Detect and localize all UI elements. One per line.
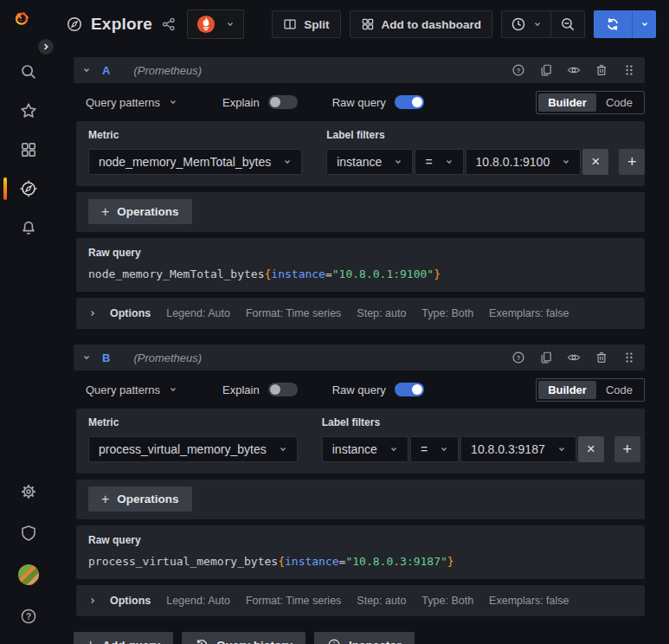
collapse-chevron-icon[interactable] [82, 353, 91, 362]
sidebar-item-search[interactable] [0, 52, 57, 91]
split-label: Split [304, 18, 329, 31]
builder-mode-button[interactable]: Builder [538, 381, 596, 399]
prometheus-icon [196, 15, 215, 34]
add-filter-button[interactable]: + [619, 149, 645, 175]
options-card-b: Options Legend: Auto Format: Time series… [76, 585, 645, 616]
help-icon[interactable]: ? [511, 351, 525, 364]
operator-select[interactable]: = [415, 149, 463, 175]
explain-toggle[interactable] [268, 383, 298, 396]
code-mode-button[interactable]: Code [596, 381, 642, 399]
inspector-label: Inspector [349, 639, 402, 644]
remove-filter-button[interactable]: × [582, 149, 608, 175]
options-format: Format: Time series [246, 595, 341, 607]
disable-query-eye-icon[interactable] [567, 63, 581, 77]
run-query-button[interactable] [594, 10, 656, 38]
bell-icon [20, 219, 37, 236]
label-name-select[interactable]: instance [322, 436, 408, 462]
sidebar-item-starred[interactable] [0, 91, 57, 130]
sidebar-item-alerting[interactable] [0, 208, 57, 247]
split-icon [283, 17, 297, 31]
datasource-picker[interactable] [187, 10, 244, 39]
options-expand-chevron-icon[interactable] [88, 309, 97, 318]
chevron-down-icon [533, 20, 542, 29]
options-toggle[interactable]: Options [110, 307, 151, 319]
metric-select[interactable]: process_virtual_memory_bytes [88, 436, 298, 462]
query-patterns-label: Query patterns [86, 96, 160, 109]
grafana-logo-icon[interactable] [13, 10, 39, 35]
time-picker-button[interactable] [502, 11, 550, 37]
disable-query-eye-icon[interactable] [567, 351, 581, 364]
options-legend: Legend: Auto [166, 595, 230, 607]
label-filters-label: Label filters [322, 416, 640, 428]
query-history-button[interactable]: Query history [182, 632, 306, 644]
query-row-actions: ? [511, 63, 636, 77]
refresh-interval-dropdown[interactable] [632, 10, 656, 38]
raw-query-toggle[interactable] [395, 383, 424, 396]
svg-text:?: ? [26, 612, 31, 621]
builder-mode-button[interactable]: Builder [538, 93, 596, 112]
query-editor-row-b: B (Prometheus) ? Query patterns [74, 345, 645, 616]
query-patterns-dropdown[interactable]: Query patterns [86, 96, 177, 109]
duplicate-query-icon[interactable] [539, 351, 553, 364]
query-history-label: Query history [216, 639, 293, 644]
explain-toggle[interactable] [268, 95, 298, 109]
add-operation-button[interactable]: + Operations [88, 199, 192, 224]
help-icon[interactable]: ? [511, 63, 525, 77]
metric-filters-card-a: Metric node_memory_MemTotal_bytes Label … [76, 121, 645, 186]
split-button[interactable]: Split [272, 10, 340, 38]
options-expand-chevron-icon[interactable] [88, 596, 97, 605]
sidebar-item-server-admin[interactable] [0, 512, 57, 554]
sidebar-item-help[interactable]: ? [0, 596, 57, 637]
options-legend: Legend: Auto [166, 307, 230, 319]
remove-query-trash-icon[interactable] [595, 351, 608, 364]
left-sidebar: ? [0, 0, 57, 644]
label-value: 10.8.0.3:9187 [471, 442, 545, 456]
options-toggle[interactable]: Options [110, 595, 151, 607]
inspector-button[interactable]: Inspector [314, 632, 415, 644]
info-circle-icon [327, 638, 341, 644]
add-operation-button[interactable]: + Operations [88, 486, 192, 512]
operator-select[interactable]: = [410, 436, 459, 462]
raw-query-toggle[interactable] [395, 95, 424, 109]
label-filters-field: Label filters instance = 10.8. [326, 129, 645, 175]
options-step: Step: auto [357, 307, 406, 319]
query-row-header-a[interactable]: A (Prometheus) ? [74, 57, 645, 83]
label-value-select[interactable]: 10.8.0.1:9100 [466, 149, 582, 175]
metric-label: Metric [88, 416, 298, 428]
sidebar-item-dashboards[interactable] [0, 130, 57, 169]
zoom-out-icon [560, 16, 576, 32]
options-exemplars: Exemplars: false [489, 595, 569, 607]
sidebar-item-settings[interactable] [0, 471, 57, 512]
add-to-dashboard-button[interactable]: Add to dashboard [350, 10, 493, 38]
sidebar-item-explore[interactable] [0, 169, 57, 208]
operator-value: = [425, 155, 432, 169]
raw-query-label: Raw query [332, 383, 386, 396]
query-row-header-b[interactable]: B (Prometheus) ? [74, 345, 645, 370]
sidebar-bottom-nav: ? [0, 471, 57, 637]
remove-query-trash-icon[interactable] [595, 63, 608, 77]
collapse-chevron-icon[interactable] [82, 66, 91, 74]
label-name-select[interactable]: instance [326, 149, 413, 175]
add-filter-button[interactable]: + [614, 436, 640, 462]
remove-filter-button[interactable]: × [578, 436, 604, 462]
options-format: Format: Time series [246, 307, 341, 319]
code-mode-button[interactable]: Code [596, 93, 642, 112]
datasource-hint: (Prometheus) [133, 351, 202, 364]
duplicate-query-icon[interactable] [539, 63, 553, 77]
zoom-out-button[interactable] [551, 11, 584, 37]
grafana-app: ? Explore [0, 0, 669, 644]
label-value-select[interactable]: 10.8.0.3:9187 [460, 436, 576, 462]
add-query-button[interactable]: + Add query [74, 632, 173, 644]
operations-card-b: + Operations [76, 480, 645, 519]
metric-select[interactable]: node_memory_MemTotal_bytes [88, 149, 302, 175]
sidebar-expand-button[interactable] [36, 37, 55, 56]
sidebar-item-profile[interactable] [0, 554, 57, 596]
time-controls [501, 10, 585, 38]
share-icon[interactable] [162, 17, 176, 31]
drag-handle-icon[interactable] [622, 63, 636, 77]
options-card-a: Options Legend: Auto Format: Time series… [76, 298, 645, 329]
options-type: Type: Both [421, 595, 473, 607]
query-patterns-dropdown[interactable]: Query patterns [86, 383, 177, 396]
drag-handle-icon[interactable] [622, 351, 636, 364]
svg-text:?: ? [517, 354, 521, 362]
